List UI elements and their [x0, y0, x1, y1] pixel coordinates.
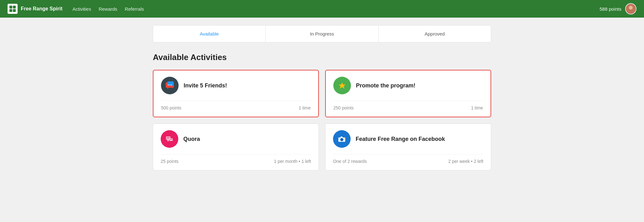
svg-rect-23	[167, 141, 169, 141]
svg-point-12	[168, 85, 169, 86]
card-header: Feature Free Range on Facebook	[333, 130, 483, 148]
brand[interactable]: Free Range Spirit	[8, 4, 62, 14]
card-header: Quora	[161, 130, 311, 148]
points-display: 588 points	[600, 6, 621, 12]
promote-program-points: 250 points	[333, 105, 354, 110]
svg-rect-3	[13, 9, 16, 12]
facebook-footer: One of 2 rewards 2 per week • 2 left	[333, 154, 483, 164]
avatar-image	[626, 4, 636, 14]
invite-friends-footer: 500 points 1 time	[161, 101, 311, 110]
navbar: Free Range Spirit Activities Rewards Ref…	[0, 0, 644, 18]
quora-points: 25 points	[161, 159, 179, 164]
nav-referrals[interactable]: Referrals	[125, 5, 144, 13]
svg-point-13	[169, 85, 170, 86]
card-facebook[interactable]: Feature Free Range on Facebook One of 2 …	[325, 124, 491, 170]
svg-point-7	[629, 6, 633, 9]
svg-point-14	[171, 85, 172, 86]
svg-rect-22	[168, 140, 169, 141]
activities-grid: Invite 5 Friends! 500 points 1 time Prom…	[153, 70, 491, 170]
facebook-points: One of 2 rewards	[333, 159, 367, 164]
promote-program-frequency: 1 time	[471, 105, 483, 110]
brand-logo	[8, 4, 18, 14]
main-content: Available In Progress Approved Available…	[143, 18, 501, 178]
facebook-frequency: 2 per week • 2 left	[448, 159, 483, 164]
tabs-container: Available In Progress Approved	[153, 25, 491, 42]
quora-title: Quora	[183, 136, 200, 142]
avatar[interactable]	[625, 3, 636, 14]
svg-marker-9	[167, 88, 169, 89]
page-title: Available Activities	[153, 53, 491, 62]
svg-rect-21	[170, 139, 172, 140]
nav-activities[interactable]: Activities	[72, 5, 91, 13]
facebook-title: Feature Free Range on Facebook	[356, 136, 445, 142]
quora-frequency: 1 per month • 1 left	[274, 159, 311, 164]
invite-friends-icon	[161, 77, 179, 94]
invite-friends-points: 500 points	[161, 105, 181, 110]
card-promote-program[interactable]: Promote the program! 250 points 1 time	[325, 70, 491, 117]
tab-approved[interactable]: Approved	[379, 25, 491, 42]
promote-program-icon	[333, 77, 351, 94]
promote-program-footer: 250 points 1 time	[333, 101, 483, 110]
svg-rect-1	[13, 6, 16, 8]
card-header: Invite 5 Friends!	[161, 77, 311, 94]
nav-right: 588 points	[600, 3, 636, 14]
svg-point-28	[341, 139, 342, 140]
tab-in-progress[interactable]: In Progress	[266, 25, 378, 42]
svg-rect-0	[9, 6, 12, 8]
brand-name: Free Range Spirit	[21, 6, 62, 12]
svg-rect-29	[341, 136, 342, 138]
promote-program-title: Promote the program!	[356, 82, 415, 89]
tab-available[interactable]: Available	[153, 25, 266, 42]
card-invite-friends[interactable]: Invite 5 Friends! 500 points 1 time	[153, 70, 319, 117]
nav-links: Activities Rewards Referrals	[72, 5, 599, 13]
svg-point-30	[344, 138, 345, 139]
card-quora[interactable]: Quora 25 points 1 per month • 1 left	[153, 124, 319, 170]
invite-friends-title: Invite 5 Friends!	[184, 82, 227, 89]
card-header: Promote the program!	[333, 77, 483, 94]
invite-friends-frequency: 1 time	[299, 105, 311, 110]
quora-footer: 25 points 1 per month • 1 left	[161, 154, 311, 164]
facebook-icon	[333, 130, 351, 148]
svg-rect-2	[9, 9, 12, 12]
nav-rewards[interactable]: Rewards	[99, 5, 117, 13]
quora-icon	[161, 130, 178, 148]
